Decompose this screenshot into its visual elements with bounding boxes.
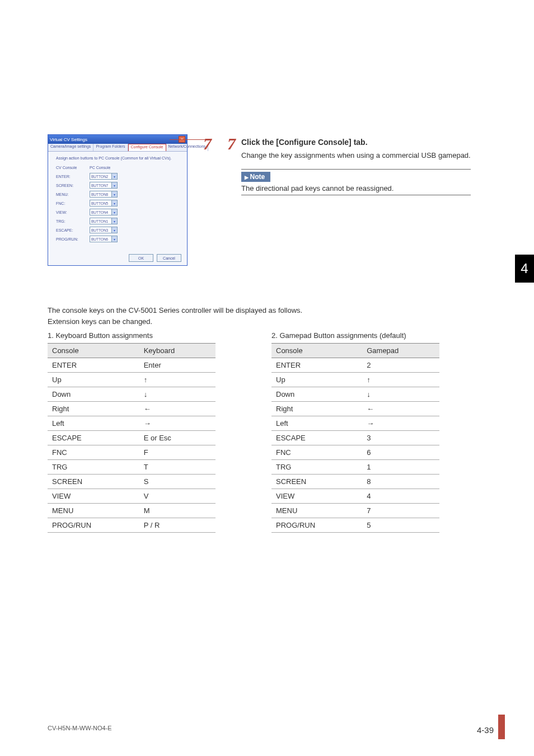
chevron-down-icon: ▾ — [111, 182, 117, 188]
table-row: Left→ — [48, 416, 216, 431]
th-gamepad: Gamepad — [362, 344, 439, 358]
cell-console: ESCAPE — [271, 431, 362, 445]
panel-description: Assign action buttons to PC Console (Com… — [56, 156, 179, 160]
cell-console: PROG/RUN — [271, 518, 362, 533]
cell-console: Right — [271, 402, 362, 416]
chevron-down-icon: ▾ — [111, 209, 117, 215]
cell-console: Up — [271, 373, 362, 387]
cell-console: SCREEN — [271, 475, 362, 489]
button-select[interactable]: BUTTON4▾ — [90, 209, 118, 215]
button-select[interactable]: BUTTON3▾ — [90, 227, 118, 233]
column-header-pc: PC Console — [90, 166, 110, 170]
step-number-right: 7 — [227, 135, 236, 152]
table-row: VIEWV — [48, 489, 216, 504]
gamepad-table: Console Gamepad ENTER2Up↑Down↓Right←Left… — [271, 343, 439, 533]
cell-console: FNC — [271, 445, 362, 460]
tab-camera[interactable]: Camera/Image settings — [48, 144, 93, 151]
assignment-rows: ENTER:BUTTON2▾ SCREEN:BUTTON7▾ MENU:BUTT… — [56, 173, 179, 242]
table-row: FNC6 — [271, 445, 439, 460]
note-rule-bottom — [241, 195, 471, 195]
cell-value: ← — [362, 402, 439, 416]
cell-console: VIEW — [48, 489, 139, 504]
th-console: Console — [48, 344, 139, 358]
cell-console: TRG — [271, 460, 362, 475]
tab-folders[interactable]: Program Folders — [93, 144, 128, 151]
table-row: Right← — [48, 402, 216, 416]
button-select[interactable]: BUTTON5▾ — [90, 200, 118, 206]
table-row: ENTEREnter — [48, 358, 216, 373]
body-line-1: The console keys on the CV-5001 Series c… — [48, 305, 486, 316]
cell-console: TRG — [48, 460, 139, 475]
table-row: ESCAPE3 — [271, 431, 439, 445]
cell-console: Left — [271, 416, 362, 431]
footer-accent-bar — [498, 715, 505, 739]
table-row: TRG1 — [271, 460, 439, 475]
table-row: Down↓ — [48, 387, 216, 402]
chevron-down-icon: ▾ — [111, 191, 117, 197]
cell-value: → — [362, 416, 439, 431]
table-row: SCREENS — [48, 475, 216, 489]
chevron-down-icon: ▾ — [111, 218, 117, 224]
table-row: Down↓ — [271, 387, 439, 402]
row-label: VIEW: — [56, 210, 90, 214]
cancel-button[interactable]: Cancel — [157, 254, 181, 262]
note-rule-top — [241, 169, 471, 170]
callout-line — [170, 139, 206, 140]
footer-page-number: 4-39 — [477, 725, 494, 735]
cell-console: PROG/RUN — [48, 518, 139, 533]
keyboard-table: Console Keyboard ENTEREnterUp↑Down↓Right… — [48, 343, 216, 533]
cell-console: Up — [48, 373, 139, 387]
row-label: FNC: — [56, 201, 90, 205]
cell-value: 1 — [362, 460, 439, 475]
cell-value: Enter — [139, 358, 216, 373]
window-titlebar: Virtual CV Settings × — [48, 135, 187, 144]
cell-value: S — [139, 475, 216, 489]
cell-value: ↓ — [139, 387, 216, 402]
cell-console: ENTER — [271, 358, 362, 373]
row-label: MENU: — [56, 192, 90, 196]
chevron-down-icon: ▾ — [111, 236, 117, 242]
cell-console: MENU — [48, 504, 139, 518]
cell-console: ENTER — [48, 358, 139, 373]
table-row: MENU7 — [271, 504, 439, 518]
window-title: Virtual CV Settings — [50, 137, 87, 142]
row-label: TRG: — [56, 219, 90, 223]
table-row: ESCAPEE or Esc — [48, 431, 216, 445]
cell-value: ↓ — [362, 387, 439, 402]
table-row: MENUM — [48, 504, 216, 518]
cell-value: T — [139, 460, 216, 475]
ok-button[interactable]: OK — [129, 254, 153, 262]
cell-console: FNC — [48, 445, 139, 460]
cell-value: V — [139, 489, 216, 504]
tab-network[interactable]: Network/Connections — [166, 144, 209, 151]
row-label: PROG/RUN: — [56, 237, 90, 241]
table-row: Right← — [271, 402, 439, 416]
cell-value: 4 — [362, 489, 439, 504]
cell-console: ESCAPE — [48, 431, 139, 445]
cell-value: 2 — [362, 358, 439, 373]
cell-console: VIEW — [271, 489, 362, 504]
button-select[interactable]: BUTTON2▾ — [90, 173, 118, 180]
table2-caption: 2. Gamepad Button assignments (default) — [271, 331, 439, 340]
note-label: Note — [241, 172, 270, 182]
cell-value: 5 — [362, 518, 439, 533]
table-row: VIEW4 — [271, 489, 439, 504]
cell-value: ↑ — [362, 373, 439, 387]
cell-value: 7 — [362, 504, 439, 518]
chapter-tab: 4 — [515, 255, 534, 283]
button-select[interactable]: BUTTON7▾ — [90, 182, 118, 189]
tab-configure-console[interactable]: Configure Console — [128, 144, 166, 151]
row-label: SCREEN: — [56, 184, 90, 187]
cell-console: Left — [48, 416, 139, 431]
cell-console: MENU — [271, 504, 362, 518]
tab-strip: Camera/Image settings Program Folders Co… — [48, 144, 187, 152]
cell-value: F — [139, 445, 216, 460]
table-row: FNCF — [48, 445, 216, 460]
button-select[interactable]: BUTTON1▾ — [90, 218, 118, 224]
button-select[interactable]: BUTTON6▾ — [90, 236, 118, 242]
button-select[interactable]: BUTTON8▾ — [90, 191, 118, 198]
table-row: Left→ — [271, 416, 439, 431]
table-row: TRGT — [48, 460, 216, 475]
chevron-down-icon: ▾ — [111, 173, 117, 179]
cell-console: Down — [271, 387, 362, 402]
